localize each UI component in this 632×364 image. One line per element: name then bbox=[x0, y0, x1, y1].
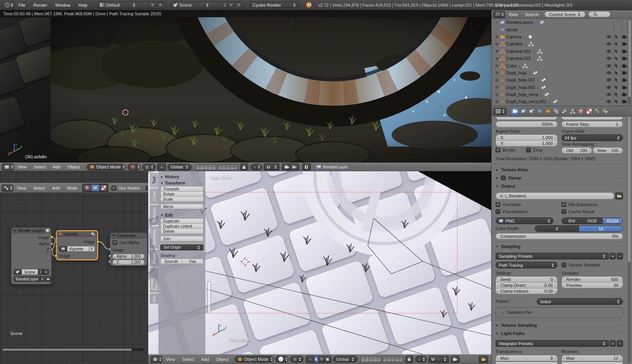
stamp-panel-header[interactable]: ►Stamp···· bbox=[496, 176, 623, 180]
tab-object[interactable] bbox=[544, 107, 552, 115]
expand-toggle[interactable]: ⊕ bbox=[494, 49, 499, 53]
editor-type-info-icon[interactable]: i bbox=[2, 2, 14, 9]
visibility-eye-icon[interactable] bbox=[606, 34, 612, 39]
renderability-camera-icon[interactable] bbox=[622, 42, 627, 46]
delete-button[interactable]: Delete bbox=[160, 228, 203, 234]
renderability-camera-icon[interactable] bbox=[622, 99, 627, 104]
scene-users-count[interactable]: 2 bbox=[223, 3, 226, 7]
visibility-eye-icon[interactable] bbox=[606, 42, 612, 46]
vignette-node[interactable]: Vignette Image Vignette F Image bbox=[56, 230, 98, 260]
tab-world[interactable] bbox=[536, 107, 543, 115]
layers-grid-2[interactable] bbox=[218, 164, 238, 170]
toolshelf-tab-grease-pen[interactable]: Grease Pen bbox=[150, 268, 158, 293]
render-opengl-button[interactable] bbox=[451, 356, 459, 363]
tab-render[interactable] bbox=[511, 107, 519, 115]
scale-manipulator-icon[interactable]: ▣ bbox=[325, 357, 329, 361]
menu-view[interactable]: View bbox=[13, 186, 30, 190]
pause-render-button[interactable] bbox=[302, 163, 311, 170]
add-preset-button[interactable]: + bbox=[610, 340, 616, 347]
camera-view-icon[interactable] bbox=[479, 356, 488, 363]
menu-view[interactable]: View bbox=[505, 12, 521, 17]
pivot-select[interactable]: ◎ bbox=[290, 356, 303, 362]
expand-toggle[interactable]: ⊕ bbox=[494, 71, 499, 75]
renderability-camera-icon[interactable] bbox=[622, 85, 627, 90]
expand-toggle[interactable]: ⊕ bbox=[494, 63, 499, 68]
bounces-min-field[interactable] bbox=[561, 362, 623, 364]
depth-16-button[interactable]: 16 bbox=[579, 226, 623, 232]
visibility-eye-icon[interactable] bbox=[606, 78, 612, 82]
expand-toggle[interactable]: ⊕ bbox=[494, 34, 499, 39]
material-preview-icon[interactable] bbox=[46, 229, 49, 232]
layers-grid-1[interactable] bbox=[361, 356, 381, 362]
file-browse-button[interactable] bbox=[615, 192, 623, 199]
time-remap-new-field[interactable]: New:100 bbox=[593, 147, 623, 154]
menu-help[interactable]: Help bbox=[75, 3, 91, 7]
selectability-cursor-icon[interactable] bbox=[614, 85, 619, 90]
aspect-y-field[interactable]: Y:1.000 bbox=[496, 140, 558, 147]
expand-toggle[interactable]: ⊕ bbox=[494, 42, 499, 46]
toolshelf-tab-relation[interactable]: Relation bbox=[150, 205, 158, 225]
editor-type-selector[interactable] bbox=[151, 356, 162, 363]
outliner-scrollbar[interactable] bbox=[628, 20, 631, 105]
composite-node[interactable]: Composite ✓Use Alpha Image Alpha:1.000 Z… bbox=[110, 232, 147, 266]
selectability-cursor-icon[interactable] bbox=[614, 34, 619, 39]
renderability-camera-icon[interactable] bbox=[622, 63, 627, 68]
overwrite-checkbox[interactable]: ✓Overwrite bbox=[496, 202, 558, 207]
node-editor-hscrollbar[interactable] bbox=[2, 348, 144, 351]
layers-grid-2[interactable] bbox=[383, 356, 403, 362]
renderability-camera-icon[interactable] bbox=[622, 71, 627, 75]
composite-z-socket[interactable] bbox=[108, 260, 111, 263]
menu-view[interactable]: View bbox=[162, 357, 179, 362]
expand-toggle[interactable]: ⊕ bbox=[494, 92, 499, 97]
sampling-presets-select[interactable]: Sampling Presets bbox=[496, 253, 609, 259]
resolution-percentage-slider[interactable]: 500% bbox=[496, 121, 558, 127]
menu-render[interactable]: Render bbox=[30, 3, 51, 7]
delete-layout-button[interactable]: × bbox=[157, 2, 163, 8]
expand-toggle[interactable]: ⊕ bbox=[494, 56, 499, 61]
expand-toggle[interactable]: ○ bbox=[494, 20, 499, 25]
menu-select[interactable]: Select bbox=[30, 186, 49, 190]
z-value-slider[interactable]: Z:1.000 bbox=[113, 260, 145, 265]
visibility-eye-icon[interactable] bbox=[606, 63, 612, 68]
mode-select[interactable]: Object Mode bbox=[234, 356, 274, 362]
tab-texture[interactable] bbox=[585, 107, 593, 115]
render-layers-node[interactable]: Render Layers Image Alpha Z Scene 2 × Re… bbox=[11, 227, 52, 284]
composite-image-socket[interactable] bbox=[108, 248, 111, 251]
volume-sampling-panel-header[interactable]: ►Volume Sampling···· bbox=[496, 323, 623, 328]
properties-scrollbar[interactable] bbox=[628, 117, 631, 363]
selectability-cursor-icon[interactable] bbox=[614, 92, 619, 97]
snap-controls[interactable] bbox=[264, 163, 280, 170]
expand-toggle[interactable]: ⊕ bbox=[494, 85, 499, 89]
viewport-shading-select[interactable] bbox=[275, 356, 289, 362]
lock-icon[interactable] bbox=[405, 356, 413, 363]
visibility-eye-icon[interactable] bbox=[606, 56, 612, 61]
outliner-item[interactable]: ⊕ Cube | bbox=[492, 62, 632, 69]
pattern-select[interactable]: Sobol bbox=[537, 298, 623, 305]
translate-button[interactable]: Translate bbox=[160, 186, 203, 192]
axis-manipulator-icon[interactable] bbox=[308, 357, 312, 361]
cache-result-checkbox[interactable]: Cache Result bbox=[561, 209, 623, 214]
menu-file[interactable]: File bbox=[15, 3, 29, 7]
outliner-item[interactable]: ⊕ Dupli_hoja.003 | bbox=[492, 84, 632, 91]
clamp-indirect-field[interactable]: Clamp Indirect:0.00 bbox=[496, 288, 558, 294]
frame-rate-select[interactable]: 24 fps bbox=[561, 134, 623, 141]
border-checkbox[interactable]: ✓Border bbox=[496, 148, 516, 152]
menu-add[interactable]: Add bbox=[49, 165, 64, 169]
outliner-item[interactable]: ○ RenderLayers | bbox=[492, 19, 632, 26]
tab-particles[interactable] bbox=[594, 107, 601, 115]
remove-preset-button[interactable]: − bbox=[617, 340, 623, 347]
visibility-eye-icon[interactable] bbox=[606, 71, 612, 75]
toolshelf-tab-mis[interactable]: Mis bbox=[150, 293, 158, 304]
expand-toggle[interactable]: ⊕ bbox=[494, 78, 499, 82]
set-origin-dropdown[interactable]: Set Origin bbox=[160, 244, 203, 250]
outliner-item[interactable]: ⊕ Dupli_hoja_seca | bbox=[492, 91, 632, 98]
pivot-select[interactable]: ◎ bbox=[142, 164, 156, 170]
viewport-shading-select[interactable] bbox=[127, 164, 141, 170]
integrator-select[interactable]: Path Tracing bbox=[496, 262, 558, 268]
rgb-button[interactable]: RGB bbox=[582, 218, 602, 224]
tab-render-layers[interactable] bbox=[519, 107, 527, 115]
menu-add[interactable]: Add bbox=[49, 186, 64, 190]
tab-constraints[interactable] bbox=[552, 107, 560, 115]
visibility-eye-icon[interactable] bbox=[606, 92, 612, 97]
outliner-item[interactable]: ⊕ Catedral | bbox=[492, 40, 632, 47]
